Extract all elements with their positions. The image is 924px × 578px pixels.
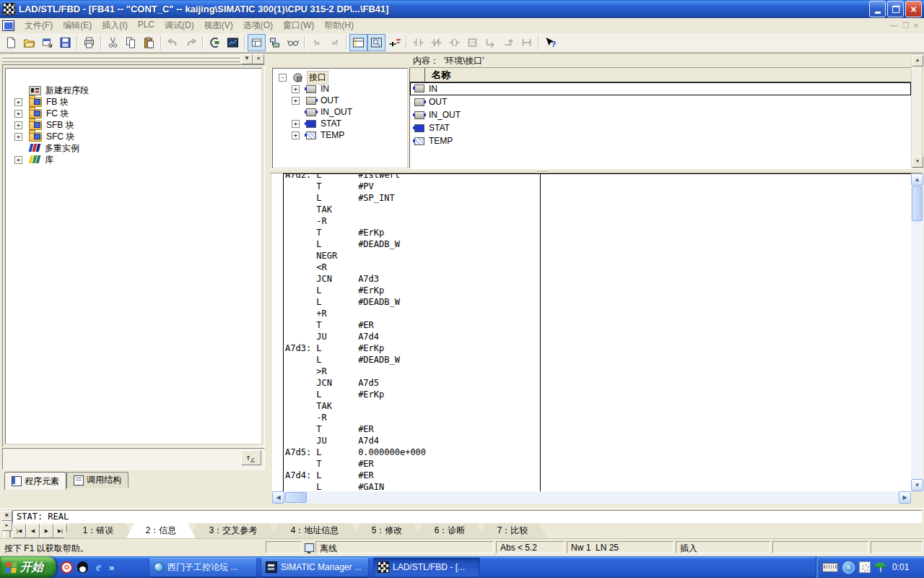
- menu-item[interactable]: 视图(V): [199, 18, 238, 33]
- horizontal-splitter[interactable]: [271, 168, 923, 173]
- tree-item[interactable]: +TEMP: [273, 129, 407, 141]
- opera-icon[interactable]: O: [61, 561, 73, 574]
- minimize-button[interactable]: [869, 1, 886, 17]
- taskbar-window-button[interactable]: SIMATIC Manager ...: [261, 558, 368, 577]
- qq-icon[interactable]: [77, 561, 88, 573]
- menu-item[interactable]: 文件(F): [19, 18, 58, 33]
- tree-item[interactable]: IN_OUT: [273, 106, 407, 118]
- open-block-button[interactable]: [38, 34, 56, 51]
- goto-next-error-button[interactable]: »!: [326, 34, 344, 51]
- taskbar-window-button[interactable]: 西门子工控论坛 ...: [149, 558, 256, 577]
- open-branch-button[interactable]: [481, 34, 500, 51]
- expander-icon[interactable]: +: [14, 98, 22, 106]
- tab-program-elements[interactable]: 程序元素: [4, 472, 66, 490]
- contact-no-button[interactable]: [409, 34, 427, 51]
- tree-item[interactable]: +FB 块: [6, 96, 261, 108]
- address-info-button[interactable]: [266, 34, 284, 51]
- restore-button[interactable]: [887, 1, 904, 17]
- declaration-view-toggle[interactable]: [349, 34, 367, 51]
- tree-item[interactable]: +OUT: [273, 95, 407, 106]
- message-panel-close-button[interactable]: ×: [1, 511, 12, 521]
- context-help-button[interactable]: ?: [541, 34, 559, 51]
- tree-item[interactable]: +库: [6, 154, 261, 165]
- copy-button[interactable]: [122, 34, 140, 51]
- antivirus-umbrella-icon[interactable]: [875, 562, 886, 572]
- symbol-view-toggle[interactable]: [248, 34, 266, 51]
- mdi-minimize-icon[interactable]: —: [890, 21, 898, 30]
- menu-item[interactable]: 帮助(H): [319, 18, 359, 33]
- tree-item[interactable]: +IN: [273, 83, 407, 95]
- close-branch-button[interactable]: [500, 34, 518, 51]
- close-button[interactable]: ×: [905, 1, 922, 17]
- expander-icon[interactable]: +: [14, 156, 22, 164]
- cut-button[interactable]: [104, 34, 122, 51]
- scroll-up-icon[interactable]: ▲: [912, 55, 923, 66]
- expander-icon[interactable]: +: [292, 97, 300, 105]
- declaration-row[interactable]: TEMP: [410, 134, 911, 147]
- overview-view-toggle[interactable]: [367, 34, 385, 51]
- start-button[interactable]: 开始: [0, 556, 56, 578]
- menu-item[interactable]: PLC: [133, 18, 160, 33]
- panel-grip[interactable]: ▼ ×: [1, 54, 266, 64]
- horizontal-scroll-thumb[interactable]: [285, 492, 307, 503]
- panel-close-button[interactable]: ×: [253, 54, 264, 64]
- monitor-glasses-button[interactable]: [284, 34, 302, 51]
- scroll-down-icon[interactable]: ▼: [912, 156, 923, 168]
- scroll-right-icon[interactable]: ▶: [899, 491, 911, 504]
- message-tab[interactable]: 5：修改: [352, 523, 422, 538]
- panel-menu-button[interactable]: ▼: [241, 54, 253, 64]
- code-horizontal-scrollbar[interactable]: ◀ ▶: [272, 491, 911, 504]
- declaration-row[interactable]: OUT: [410, 95, 911, 108]
- expander-icon[interactable]: +: [292, 131, 300, 139]
- code-vertical-scrollbar[interactable]: ▲ ▼: [911, 173, 923, 491]
- tray-app-icon[interactable]: [859, 561, 871, 573]
- tree-item[interactable]: 新建程序段: [6, 85, 261, 96]
- open-button[interactable]: [20, 34, 38, 51]
- tab-call-structure[interactable]: 调用结构: [66, 472, 128, 488]
- message-tab[interactable]: 7：比较: [478, 523, 547, 538]
- tree-item[interactable]: +FC 块: [6, 108, 261, 119]
- tree-item[interactable]: +SFB 块: [6, 119, 261, 131]
- goto-previous-error-button[interactable]: !«: [308, 34, 326, 51]
- insert-network-element-button[interactable]: [518, 34, 536, 51]
- monitor-button[interactable]: [224, 34, 242, 51]
- save-button[interactable]: [56, 34, 74, 51]
- declaration-row[interactable]: IN: [410, 82, 911, 95]
- next-tab-icon[interactable]: ▶: [40, 524, 53, 538]
- new-network-button[interactable]: [385, 34, 404, 51]
- scroll-up-icon[interactable]: ▲: [911, 173, 923, 186]
- internet-explorer-icon[interactable]: e: [92, 561, 105, 574]
- detach-button[interactable]: [241, 450, 261, 465]
- scroll-left-icon[interactable]: ◀: [272, 491, 284, 504]
- message-tab[interactable]: 4：地址信息: [271, 523, 359, 538]
- first-tab-icon[interactable]: |◀: [12, 524, 26, 538]
- redo-button[interactable]: [182, 34, 200, 51]
- tree-item[interactable]: +STAT: [273, 118, 407, 129]
- expander-icon[interactable]: +: [292, 85, 300, 93]
- menu-item[interactable]: 编辑(E): [58, 18, 97, 33]
- scroll-down-icon[interactable]: ▼: [911, 479, 923, 491]
- undo-button[interactable]: [164, 34, 182, 51]
- download-button[interactable]: [206, 34, 224, 51]
- new-button[interactable]: [2, 34, 20, 51]
- print-button[interactable]: [80, 34, 98, 51]
- expander-icon[interactable]: +: [14, 133, 22, 141]
- empty-box-button[interactable]: ??: [463, 34, 481, 51]
- coil-button[interactable]: [445, 34, 463, 51]
- previous-tab-icon[interactable]: ◀: [26, 524, 40, 538]
- expander-icon[interactable]: +: [292, 120, 300, 128]
- tree-item[interactable]: 多重实例: [6, 142, 261, 154]
- contact-nc-button[interactable]: [427, 34, 445, 51]
- menu-item[interactable]: 调试(D): [160, 18, 199, 33]
- message-tab[interactable]: 1：错误: [64, 523, 133, 538]
- message-panel-expand-button[interactable]: ▸: [1, 521, 12, 531]
- mdi-restore-icon[interactable]: ❐: [902, 21, 910, 30]
- hide-icons-chevron[interactable]: ‹: [842, 561, 855, 574]
- quick-launch-overflow-chevron[interactable]: »: [109, 562, 114, 573]
- mdi-child-icon[interactable]: [2, 20, 14, 31]
- tree-item[interactable]: +SFC 块: [6, 131, 261, 142]
- tree-item-interface[interactable]: - 接口: [273, 72, 407, 83]
- menu-item[interactable]: 窗口(W): [278, 18, 319, 33]
- paste-button[interactable]: [140, 34, 158, 51]
- expander-icon[interactable]: -: [279, 74, 287, 82]
